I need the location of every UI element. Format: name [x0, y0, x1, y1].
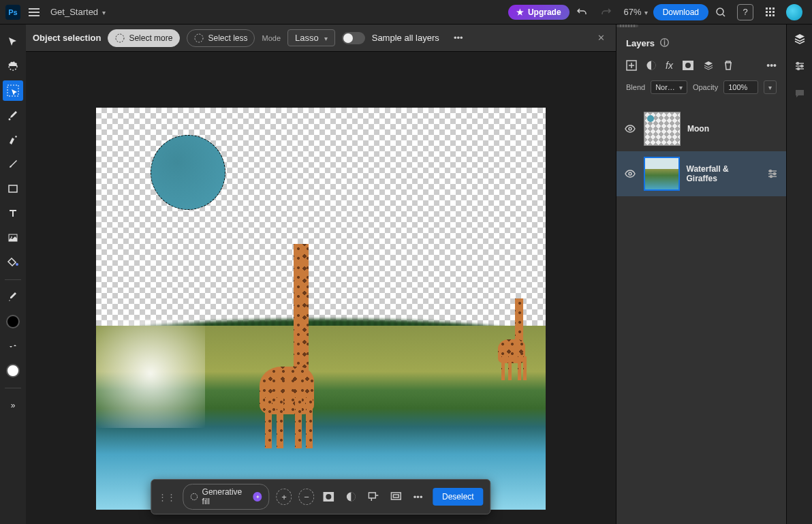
- layers-panel-tab[interactable]: [790, 29, 810, 49]
- image-tool[interactable]: [3, 228, 23, 248]
- menu-icon[interactable]: [29, 8, 40, 16]
- document-title-dropdown[interactable]: Get_Started: [50, 7, 106, 17]
- svg-point-24: [770, 170, 772, 172]
- svg-point-23: [629, 172, 631, 175]
- help-icon: ?: [737, 4, 753, 20]
- search-button[interactable]: [711, 3, 730, 22]
- group-button[interactable]: [703, 60, 714, 71]
- collapsed-panels: [786, 25, 812, 524]
- opacity-dropdown[interactable]: [764, 80, 777, 94]
- more-button[interactable]: •••: [410, 489, 426, 505]
- chevron-down-icon: [324, 33, 328, 43]
- paint-brush-tool[interactable]: [3, 154, 23, 174]
- svg-point-21: [685, 63, 691, 68]
- close-options-button[interactable]: ✕: [593, 33, 609, 43]
- layer-item-waterfall[interactable]: Waterfall & Giraffes: [616, 151, 786, 196]
- mode-dropdown[interactable]: Lasso: [287, 29, 335, 46]
- upgrade-button[interactable]: Upgrade: [508, 5, 569, 20]
- opacity-label: Opacity: [693, 83, 718, 91]
- layer-menu-button[interactable]: •••: [766, 60, 777, 71]
- mask-button[interactable]: [321, 489, 337, 505]
- expand-tools[interactable]: »: [3, 395, 23, 416]
- layers-panel-title: Layers: [626, 38, 655, 48]
- marquee-tool[interactable]: [3, 56, 23, 76]
- generative-fill-label: Generative fill: [202, 487, 249, 506]
- transform-button[interactable]: [366, 489, 381, 505]
- canvas-container[interactable]: [26, 52, 616, 524]
- redo-button[interactable]: [597, 3, 616, 22]
- layer-properties-button[interactable]: [767, 169, 778, 179]
- rectangle-tool[interactable]: [3, 179, 23, 199]
- sample-all-layers-toggle[interactable]: [342, 32, 365, 44]
- visibility-toggle[interactable]: [625, 125, 637, 133]
- layer-thumbnail: [644, 157, 680, 191]
- svg-point-27: [796, 63, 798, 65]
- brush-tool[interactable]: [3, 105, 23, 125]
- svg-point-13: [326, 494, 332, 499]
- opacity-input[interactable]: 100%: [723, 80, 758, 94]
- select-more-button[interactable]: Select more: [108, 29, 180, 47]
- zoom-value: 67%: [624, 7, 642, 17]
- info-icon[interactable]: [660, 37, 669, 49]
- spot-heal-tool[interactable]: [3, 129, 23, 150]
- deselect-button[interactable]: Deselect: [433, 488, 484, 506]
- layer-name: Moon: [687, 124, 709, 134]
- subtract-selection-button[interactable]: −: [299, 489, 315, 505]
- visibility-toggle[interactable]: [625, 170, 637, 178]
- chevron-down-icon: [102, 7, 106, 17]
- panel-handle[interactable]: [616, 25, 638, 27]
- document-title: Get_Started: [50, 7, 98, 17]
- help-button[interactable]: ?: [736, 3, 755, 22]
- properties-panel-tab[interactable]: [790, 56, 810, 76]
- eyedropper-tool[interactable]: [3, 287, 23, 307]
- apps-button[interactable]: [760, 3, 779, 22]
- svg-point-8: [16, 263, 18, 266]
- zoom-dropdown[interactable]: 67%: [624, 7, 648, 17]
- crop-button[interactable]: [388, 489, 404, 505]
- svg-point-11: [191, 493, 197, 499]
- generative-fill-button[interactable]: Generative fill ✦: [183, 484, 269, 510]
- layer-actions-bar: fx •••: [616, 56, 786, 75]
- contextual-task-bar: ⋮⋮ Generative fill ✦ + − ••• Deselect: [151, 479, 490, 514]
- text-tool[interactable]: [3, 203, 23, 224]
- svg-point-0: [717, 8, 723, 15]
- sample-all-label: Sample all layers: [372, 33, 439, 43]
- comments-panel-tab[interactable]: [790, 83, 810, 104]
- mask-layer-button[interactable]: [683, 61, 693, 70]
- add-selection-button[interactable]: +: [277, 489, 292, 505]
- svg-point-4: [9, 119, 11, 121]
- tool-title: Object selection: [33, 33, 101, 43]
- svg-rect-16: [391, 493, 401, 499]
- download-button[interactable]: Download: [653, 4, 708, 20]
- canvas-mist: [96, 319, 205, 428]
- canvas[interactable]: [96, 108, 546, 510]
- upgrade-label: Upgrade: [528, 7, 561, 17]
- move-tool[interactable]: [3, 31, 23, 52]
- photoshop-logo-icon: Ps: [5, 5, 20, 20]
- options-bar: Object selection Select more Select less…: [26, 25, 616, 52]
- account-avatar[interactable]: [785, 3, 804, 22]
- svg-point-10: [195, 34, 203, 42]
- svg-point-28: [800, 65, 802, 67]
- drag-handle-icon[interactable]: ⋮⋮: [158, 492, 176, 502]
- canvas-giraffe-2: [495, 292, 539, 380]
- background-color[interactable]: [3, 360, 23, 381]
- foreground-color[interactable]: [3, 311, 23, 332]
- svg-rect-5: [9, 185, 17, 192]
- adjustment-layer-button[interactable]: [646, 61, 656, 70]
- swap-colors[interactable]: [3, 336, 23, 356]
- select-less-button[interactable]: Select less: [187, 29, 255, 47]
- mode-label: Mode: [262, 34, 281, 42]
- fx-button[interactable]: fx: [666, 60, 673, 71]
- paint-bucket-tool[interactable]: [3, 252, 23, 273]
- blend-mode-dropdown[interactable]: Nor…: [651, 80, 687, 94]
- more-options-button[interactable]: •••: [449, 29, 468, 48]
- undo-button[interactable]: [572, 3, 591, 22]
- add-layer-button[interactable]: [626, 60, 637, 71]
- layer-item-moon[interactable]: Moon: [616, 106, 786, 151]
- delete-layer-button[interactable]: [723, 60, 733, 71]
- mode-value: Lasso: [295, 33, 319, 43]
- adjust-button[interactable]: [343, 489, 359, 505]
- chevron-down-icon: [768, 83, 772, 91]
- object-selection-tool[interactable]: [3, 80, 23, 101]
